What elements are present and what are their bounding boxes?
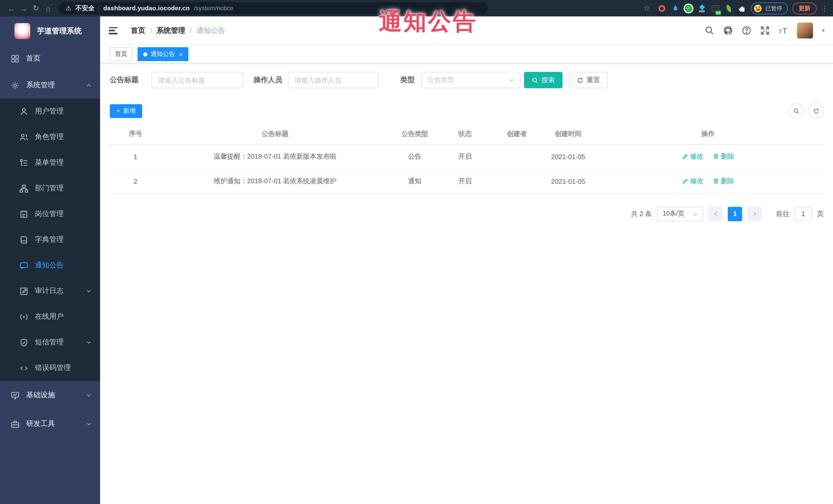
edit-button[interactable]: 修改: [682, 152, 704, 161]
breadcrumb-separator: /: [190, 26, 192, 34]
avatar-caret-icon[interactable]: ▾: [822, 27, 825, 34]
bookmark-star-icon[interactable]: ☆: [641, 4, 653, 13]
extensions-puzzle-icon[interactable]: [738, 4, 746, 13]
app-logo[interactable]: 芋道管理系统: [0, 17, 100, 45]
sidebar-item-label: 菜单管理: [35, 158, 64, 167]
edit-button[interactable]: 修改: [682, 176, 704, 186]
browser-menu-icon[interactable]: ⋮: [821, 4, 828, 12]
refresh-table-button[interactable]: [808, 103, 824, 119]
operator-input[interactable]: [288, 72, 378, 88]
chevron-down-icon: [509, 77, 515, 83]
goto-page-input[interactable]: [794, 207, 812, 221]
back-icon[interactable]: ←: [5, 4, 18, 13]
col-created: 创建时间: [544, 124, 592, 144]
reload-icon[interactable]: ↻: [30, 4, 42, 13]
cell-title: 温馨提醒：2018-07-01 若依新版本发布啦: [161, 144, 389, 169]
content: 公告标题 操作人员 类型 公告类型 搜索 重置: [100, 72, 833, 221]
security-warning-icon: ⚠: [66, 5, 71, 12]
fullscreen-icon[interactable]: [760, 26, 770, 35]
sidebar-item-label: 在线用户: [35, 312, 64, 321]
screen: ← → ↻ ⌂ ⚠ 不安全 dashboard.yudao.iocoder.cn…: [0, 0, 833, 504]
add-button[interactable]: + 新增: [110, 104, 142, 118]
tab-home[interactable]: 首页: [110, 47, 133, 61]
sidebar-item-infrastructure[interactable]: 基础设施: [0, 381, 100, 410]
emoji-avatar-icon: [754, 4, 762, 12]
refresh-icon: [577, 77, 584, 83]
toolbox-icon: [11, 419, 20, 428]
logo-image: [15, 23, 30, 39]
active-tab-dot: [143, 52, 147, 56]
prev-page-button[interactable]: [708, 207, 723, 221]
sidebar-item-dictionaries[interactable]: 字典管理: [0, 227, 100, 253]
sidebar-item-label: 基础设施: [26, 390, 55, 400]
table-row: 2 维护通知：2018-07-01 若依系统凌晨维护 通知 开启 2021-01…: [110, 169, 824, 193]
header-actions: TT ▾: [705, 23, 825, 39]
chevron-down-icon: [692, 211, 698, 217]
sidebar-item-sms[interactable]: 短信管理: [0, 330, 100, 355]
sidebar-item-label: 错误码管理: [35, 363, 71, 373]
home-icon[interactable]: ⌂: [42, 4, 54, 13]
help-icon[interactable]: [742, 26, 752, 35]
github-icon[interactable]: [723, 26, 733, 35]
trash-icon: [713, 178, 719, 184]
chevron-down-icon: [86, 288, 92, 294]
url-divider: [99, 5, 99, 11]
sidebar-item-online-users[interactable]: 在线用户: [0, 304, 100, 330]
forward-icon[interactable]: →: [18, 4, 30, 13]
sidebar-item-error-codes[interactable]: 错误码管理: [0, 355, 100, 381]
notice-title-input[interactable]: [151, 72, 243, 88]
extension-blue-drop-icon[interactable]: [671, 4, 680, 13]
search-icon[interactable]: [705, 26, 715, 35]
table-header-row: 序号 公告标题 公告类型 状态 创建者 创建时间 操作: [110, 124, 824, 144]
search-button[interactable]: 搜索: [524, 72, 563, 88]
sidebar-item-notices[interactable]: 通知公告: [0, 253, 100, 278]
avatar[interactable]: [797, 23, 813, 39]
close-icon[interactable]: ×: [179, 51, 183, 58]
sidebar-item-home[interactable]: 首页: [0, 45, 100, 72]
profile-paused-chip[interactable]: 已暂停: [751, 2, 788, 14]
org-tree-icon: [20, 184, 28, 193]
delete-button[interactable]: 删除: [713, 176, 734, 186]
sidebar-item-system[interactable]: 系统管理: [0, 72, 100, 99]
font-size-icon[interactable]: TT: [779, 26, 789, 35]
toggle-search-button[interactable]: [788, 103, 804, 119]
tab-notices[interactable]: 通知公告 ×: [138, 47, 188, 61]
online-icon: [20, 312, 28, 321]
sidebar-item-posts[interactable]: 岗位管理: [0, 201, 100, 227]
sidebar-item-label: 部门管理: [35, 184, 64, 193]
reset-button[interactable]: 重置: [569, 72, 608, 88]
extension-green-circle-icon[interactable]: ✓: [684, 4, 693, 13]
cell-no: 2: [110, 169, 161, 193]
chevron-down-icon: [86, 392, 92, 398]
sidebar-item-dev-tools[interactable]: 研发工具: [0, 410, 100, 438]
extension-leaf-icon[interactable]: [724, 4, 733, 13]
notice-type-select[interactable]: 公告类型: [421, 72, 520, 88]
sidebar-item-audit-log[interactable]: 审计日志: [0, 278, 100, 304]
cell-created: 2021-01-05: [544, 169, 592, 193]
page-size-select[interactable]: 10条/页: [657, 207, 703, 221]
sidebar-item-roles[interactable]: 角色管理: [0, 124, 100, 150]
breadcrumb-home[interactable]: 首页: [131, 26, 145, 35]
goto-label: 前往: [776, 209, 789, 218]
pagination: 共 2 条 10条/页 1 前往 页: [110, 207, 824, 221]
extension-orange-ring-icon[interactable]: [658, 4, 666, 13]
sidebar-item-users[interactable]: 用户管理: [0, 99, 100, 124]
extension-switch-icon[interactable]: on: [711, 4, 719, 13]
browser-update-button[interactable]: 更新: [792, 2, 816, 14]
sidebar-toggle-icon[interactable]: [109, 27, 118, 34]
search-icon: [793, 107, 800, 114]
sidebar-submenu-system: 用户管理 角色管理 菜单管理 部门管理 岗位管理 字典管理: [0, 99, 100, 381]
extension-on-badge: on: [715, 10, 721, 15]
extension-diamond-icon[interactable]: [697, 4, 706, 13]
book-icon: [20, 235, 28, 244]
goto-unit-label: 页: [817, 209, 824, 218]
chevron-up-icon: [86, 82, 92, 88]
delete-button[interactable]: 删除: [713, 152, 734, 161]
next-page-button[interactable]: [747, 207, 762, 221]
breadcrumb-section[interactable]: 系统管理: [157, 26, 185, 35]
svg-text:T: T: [779, 28, 782, 34]
sidebar-item-menus[interactable]: 菜单管理: [0, 150, 100, 175]
current-page-button[interactable]: 1: [728, 207, 742, 221]
col-creator: 创建者: [490, 124, 544, 144]
sidebar-item-departments[interactable]: 部门管理: [0, 175, 100, 201]
